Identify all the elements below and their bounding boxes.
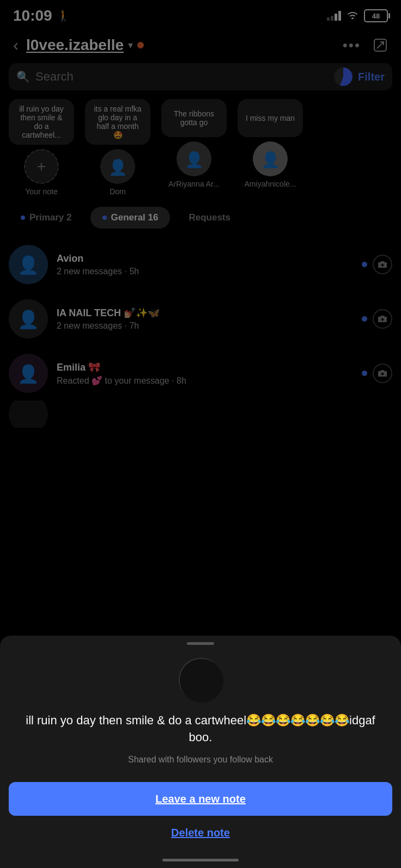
delete-note-button[interactable]: Delete note xyxy=(167,822,234,844)
sheet-handle xyxy=(187,642,214,645)
svg-rect-16 xyxy=(180,659,223,703)
bottom-sheet: ill ruin yo day then smile & do a cartwh… xyxy=(0,636,401,868)
leave-new-note-button[interactable]: Leave a new note xyxy=(9,782,392,816)
sheet-note-text: ill ruin yo day then smile & do a cartwh… xyxy=(0,712,401,746)
sheet-avatar xyxy=(179,658,222,701)
home-indicator xyxy=(162,859,239,861)
sheet-subtitle: Shared with followers you follow back xyxy=(128,755,273,765)
